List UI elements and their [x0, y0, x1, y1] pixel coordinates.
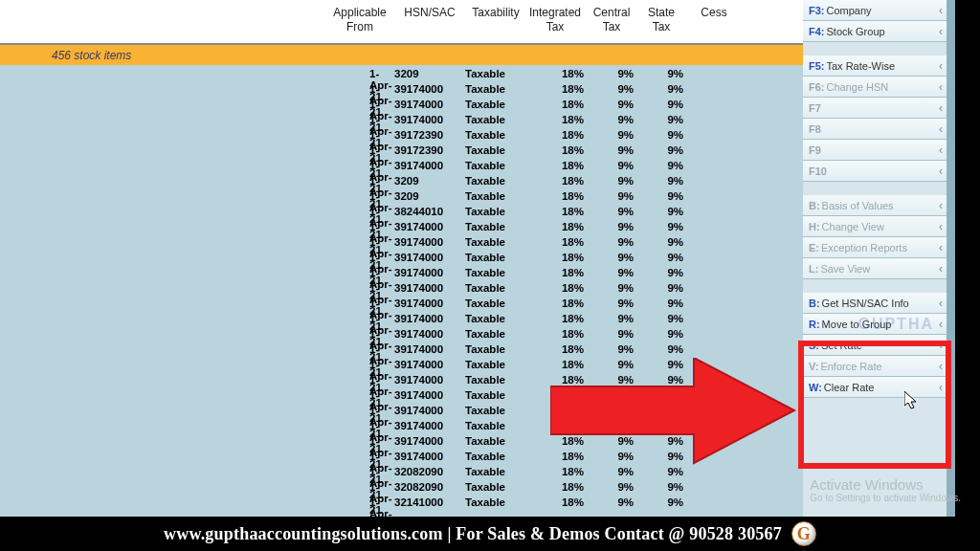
cell-taxability: Taxable — [465, 481, 526, 496]
cell-central-tax: 9% — [590, 190, 639, 206]
cell-hsn: 32141000 — [394, 496, 465, 512]
cell-hsn: 39174000 — [394, 405, 465, 420]
cell-applicable-from: 1-Apr-21 — [325, 129, 394, 144]
cell-taxability: Taxable — [465, 175, 526, 190]
table-row[interactable]: 1-Apr-2139174000Taxable18%9%9% — [0, 221, 803, 236]
cell-integrated-tax: 18% — [526, 267, 590, 282]
cell-state-tax: 9% — [639, 328, 689, 343]
cell-cess — [689, 420, 745, 435]
cell-integrated-tax: 18% — [526, 420, 590, 435]
cell-taxability: Taxable — [465, 359, 526, 374]
table-row[interactable]: 1-Apr-2139174000Taxable18%9%9% — [0, 451, 803, 466]
table-row[interactable]: 1-Apr-2139174000Taxable18%9%9% — [0, 298, 803, 313]
cell-applicable-from: 1-Apr-21 — [325, 83, 394, 99]
col-header-cess: Cess — [689, 0, 745, 43]
cell-cess — [689, 236, 745, 252]
sidebar-btn-f5-tax-rate-wise[interactable]: F5:Tax Rate-Wise — [803, 55, 947, 77]
cell-applicable-from: 1-Apr-21 — [325, 144, 394, 160]
cell-applicable-from: 1-Apr-21 — [325, 466, 394, 481]
table-row[interactable]: 1-Apr-2139174000Taxable18%9%9% — [0, 374, 803, 389]
main-report: Applicable From HSN/SAC Taxability Integ… — [0, 0, 803, 517]
cell-integrated-tax: 18% — [526, 451, 590, 466]
cell-cess — [689, 496, 745, 512]
cell-applicable-from: 1-Apr-21 — [325, 236, 394, 252]
sidebar-btn-f6-change-hsn: F6:Change HSN — [803, 77, 947, 98]
cell-central-tax: 9% — [590, 160, 639, 175]
table-row[interactable]: 1-Apr-2132141000Taxable18%9%9% — [0, 496, 803, 512]
cell-applicable-from: 1-Apr-21 — [325, 206, 394, 221]
table-row[interactable]: 1-Apr-2139174000Taxable18%9%9% — [0, 267, 803, 282]
cell-cess — [689, 359, 745, 374]
table-row[interactable]: 1-Apr-2139174000Taxable18%9%9% — [0, 359, 803, 374]
table-row[interactable]: 1-Apr-2139174000Taxable18%9%9% — [0, 99, 803, 114]
table-row[interactable]: 1-Apr-2139174000Taxable18%9%9% — [0, 420, 803, 435]
cell-cess — [689, 481, 745, 496]
cell-state-tax: 9% — [639, 129, 689, 144]
cell-central-tax: 9% — [590, 175, 639, 190]
cell-cess — [689, 114, 745, 129]
cell-central-tax: 9% — [590, 282, 639, 298]
cell-taxability: Taxable — [465, 267, 526, 282]
table-row[interactable]: 1-Apr-2139174000Taxable18%9%9% — [0, 282, 803, 298]
table-row[interactable]: 1-Apr-2139174000Taxable18%9%9% — [0, 313, 803, 328]
col-header-applicable-from: Applicable From — [325, 0, 394, 43]
cell-integrated-tax: 18% — [526, 343, 590, 359]
sidebar-btn-get-hsn-sac-info[interactable]: B:Get HSN/SAC Info — [803, 293, 947, 314]
table-row[interactable]: 1-Apr-213209Taxable18%9%9% — [0, 190, 803, 206]
cell-taxability: Taxable — [465, 298, 526, 313]
table-row[interactable]: 1-Apr-213209Taxable18%9%9% — [0, 175, 803, 190]
cell-taxability: Taxable — [465, 343, 526, 359]
table-row[interactable]: 1-Apr-213209Taxable18%9%9% — [0, 68, 803, 83]
cell-state-tax: 9% — [639, 267, 689, 282]
table-row[interactable]: 1-Apr-2139174000Taxable18%9%9% — [0, 389, 803, 405]
cell-state-tax: 9% — [639, 405, 689, 420]
cell-state-tax: 9% — [639, 282, 689, 298]
cell-applicable-from: 1-Apr-21 — [325, 435, 394, 451]
table-row[interactable]: 1-Apr-2139174000Taxable18%9%9% — [0, 252, 803, 267]
cell-hsn: 39174000 — [394, 114, 465, 129]
cell-integrated-tax: 18% — [526, 496, 590, 512]
cell-integrated-tax: 18% — [526, 313, 590, 328]
cell-state-tax: 9% — [639, 114, 689, 129]
sidebar-btn-set-rate[interactable]: S:Set Rate — [803, 335, 947, 356]
cell-integrated-tax: 18% — [526, 160, 590, 175]
cell-hsn: 3209 — [394, 175, 465, 190]
cell-hsn: 39174000 — [394, 328, 465, 343]
cell-taxability: Taxable — [465, 206, 526, 221]
cell-taxability: Taxable — [465, 68, 526, 83]
cell-cess — [689, 252, 745, 267]
data-rows: 1-Apr-213209Taxable18%9%9%1-Apr-21391740… — [0, 65, 803, 512]
sidebar-btn-f4-stock-group[interactable]: F4:Stock Group — [803, 21, 947, 42]
table-row[interactable]: 1-Apr-2139172390Taxable18%9%9% — [0, 129, 803, 144]
sidebar-btn-move-to-group[interactable]: R:Move to Group — [803, 314, 947, 335]
table-row[interactable]: 1-Apr-2139174000Taxable18%9%9% — [0, 405, 803, 420]
cell-applicable-from: 1-Apr-21 — [325, 221, 394, 236]
cell-cess — [689, 343, 745, 359]
cell-integrated-tax: 18% — [526, 190, 590, 206]
table-row[interactable]: 1-Apr-2139174000Taxable18%9%9% — [0, 343, 803, 359]
table-row[interactable]: 1-Apr-2139174000Taxable18%9%9% — [0, 435, 803, 451]
sidebar-btn-change-view: H:Change View — [803, 216, 947, 237]
table-row[interactable]: 1-Apr-2139174000Taxable18%9%9% — [0, 328, 803, 343]
col-header-state-tax: State Tax — [639, 0, 689, 43]
cell-taxability: Taxable — [465, 405, 526, 420]
table-row[interactable]: 1-Apr-2139174000Taxable18%9%9% — [0, 114, 803, 129]
cell-central-tax: 9% — [590, 236, 639, 252]
table-row[interactable]: 1-Apr-2139174000Taxable18%9%9% — [0, 160, 803, 175]
cell-cess — [689, 374, 745, 389]
cell-state-tax: 9% — [639, 359, 689, 374]
cell-hsn: 39174000 — [394, 221, 465, 236]
table-row[interactable]: 1-Apr-2138244010Taxable18%9%9% — [0, 206, 803, 221]
table-row[interactable]: 1-Apr-2132082090Taxable18%9%9% — [0, 466, 803, 481]
cell-central-tax: 9% — [590, 129, 639, 144]
table-row[interactable]: 1-Apr-2132082090Taxable18%9%9% — [0, 481, 803, 496]
sidebar-btn-clear-rate[interactable]: W:Clear Rate — [803, 377, 947, 398]
table-row[interactable]: 1-Apr-2139174000Taxable18%9%9% — [0, 236, 803, 252]
table-row[interactable]: 1-Apr-2139174000Taxable18%9%9% — [0, 83, 803, 99]
sidebar-btn-f3-company[interactable]: F3:Company — [803, 0, 947, 21]
cell-hsn: 39174000 — [394, 236, 465, 252]
cell-central-tax: 9% — [590, 267, 639, 282]
summary-bar[interactable]: 456 stock items — [0, 44, 803, 65]
table-row[interactable]: 1-Apr-2139172390Taxable18%9%9% — [0, 144, 803, 160]
cell-applicable-from: 1-Apr-21 — [325, 496, 394, 512]
